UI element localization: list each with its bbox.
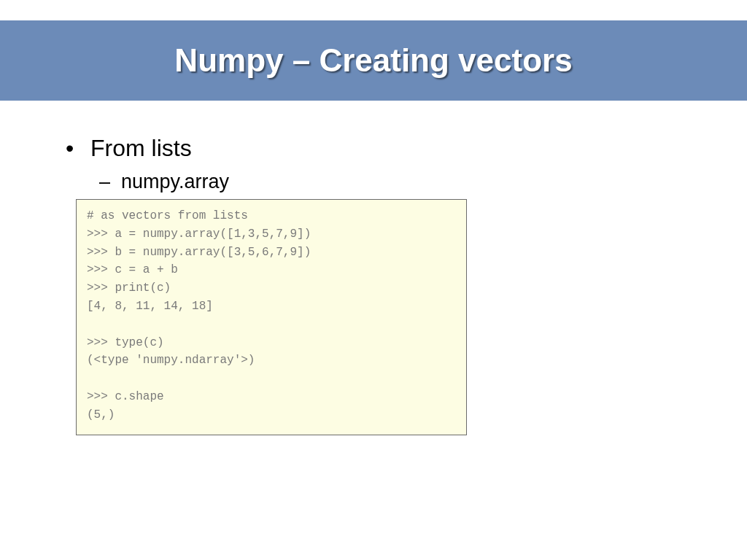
bullet-level-2: – numpy.array [99, 171, 696, 193]
bullet-dot-icon: • [66, 135, 90, 162]
code-block: # as vectors from lists >>> a = numpy.ar… [76, 199, 467, 435]
slide-content: • From lists – numpy.array # as vectors … [66, 135, 696, 435]
bullet-l2-text: numpy.array [121, 171, 229, 193]
slide: Numpy – Creating vectors • From lists – … [0, 0, 747, 560]
title-bar: Numpy – Creating vectors [0, 20, 747, 101]
slide-title: Numpy – Creating vectors [174, 42, 572, 79]
bullet-dash-icon: – [99, 171, 121, 193]
bullet-level-1: • From lists [66, 135, 696, 162]
bullet-l1-text: From lists [90, 135, 192, 162]
